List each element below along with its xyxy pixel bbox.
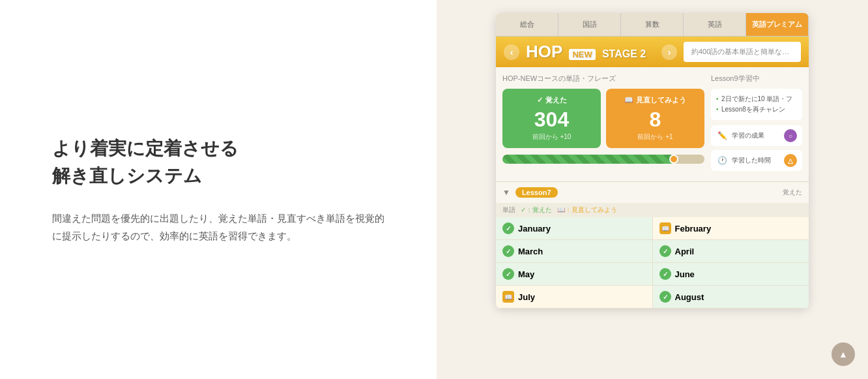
left-content: より着実に定着させる 解き直しシステム 間違えた問題を優先的に出題したり、覚えた…: [0, 0, 437, 379]
word-cell-june: ✓ June: [653, 263, 809, 285]
word-cell-august: ✓ August: [653, 286, 809, 308]
tab-bar: 総合 国語 算数 英語 英語プレミアム: [496, 13, 809, 37]
card-minalshite: 📖 見直してみよう 8 前回から +1: [606, 89, 704, 148]
check-icon-january: ✓: [502, 222, 514, 234]
check-icon-june: ✓: [659, 268, 671, 280]
cards-row: ✓ 覚えた 304 前回から +10 📖 見直してみよう 8: [502, 89, 704, 148]
lesson-badge: Lesson7: [515, 187, 558, 198]
stat-seika-badge: ○: [784, 129, 797, 142]
left-panel: HOP-NEWコースの単語・フレーズ ✓ 覚えた 304 前回から +10: [502, 74, 704, 175]
word-row-2: ✓ May ✓ June: [496, 263, 809, 286]
lesson-title: Lesson9学習中: [711, 74, 802, 83]
word-cell-july: 📖 July: [496, 286, 653, 308]
check-icon-april: ✓: [659, 245, 671, 257]
heading-line2: 解き直しシステム: [52, 166, 202, 186]
heading-line1: より着実に定着させる: [52, 138, 239, 159]
toggle-icon[interactable]: ▼: [502, 188, 510, 197]
word-cell-january: ✓ January: [496, 217, 653, 239]
new-label: NEW: [569, 49, 595, 60]
stat-row-seika: ✏️ 学習の成果 ○: [711, 125, 802, 146]
tab-sansu[interactable]: 算数: [621, 13, 684, 36]
tab-kokugo[interactable]: 国語: [558, 13, 621, 36]
pencil-icon: ✏️: [716, 130, 728, 142]
stat-jikan-label: 学習した時間: [732, 156, 780, 165]
check-icon-march: ✓: [502, 245, 514, 257]
card-yellow-label: 📖 見直してみよう: [613, 95, 698, 105]
lesson-header-right: 覚えた: [783, 188, 802, 197]
page-container: より着実に定着させる 解き直しシステム 間違えた問題を優先的に出題したり、覚えた…: [0, 0, 868, 379]
scroll-to-top-button[interactable]: ▲: [832, 342, 855, 366]
panel-title: HOP-NEWコースの単語・フレーズ: [502, 74, 704, 83]
card-green-number: 304: [509, 109, 594, 130]
tab-eigo-premium[interactable]: 英語プレミアム: [746, 13, 809, 36]
progress-fill: [502, 155, 674, 164]
lesson-header: ▼ Lesson7 覚えた: [496, 182, 809, 203]
card-yellow-sub: 前回から +1: [613, 132, 698, 142]
stage-header: ‹ HOP NEW STAGE 2 › 約400語の基本単語と簡単な挨拶: [496, 37, 809, 67]
book-icon-february: 📖: [659, 222, 671, 234]
word-table-header: 単語 ✓：覚えた 📖：見直してみよう: [496, 203, 809, 217]
card-oboeta: ✓ 覚えた 304 前回から +10: [502, 89, 601, 148]
stage-description: 約400語の基本単語と簡単な挨拶: [684, 42, 801, 62]
lesson-bullets: 2日で新たに10 単語・フ Lesson8を再チャレン: [711, 89, 802, 120]
check-icon-august: ✓: [659, 291, 671, 303]
legend-yellow: 📖：見直してみよう: [557, 205, 617, 215]
card-green-sub: 前回から +10: [509, 132, 594, 142]
app-window: 総合 国語 算数 英語 英語プレミアム ‹ HOP NEW STAGE 2 › …: [496, 13, 809, 309]
stage-label: STAGE 2: [602, 48, 646, 59]
progress-bar: [502, 155, 704, 164]
word-row-0: ✓ January 📖 February: [496, 217, 809, 240]
word-row-1: ✓ March ✓ April: [496, 240, 809, 263]
stat-seika-label: 学習の成果: [732, 131, 780, 140]
bullet-2: Lesson8を再チャレン: [716, 104, 797, 115]
right-panel: Lesson9学習中 2日で新たに10 単語・フ Lesson8を再チャレン ✏…: [711, 74, 802, 175]
book-icon-july: 📖: [502, 291, 514, 303]
card-yellow-number: 8: [613, 109, 698, 130]
stage-next-button[interactable]: ›: [661, 44, 677, 60]
description: 間違えた問題を優先的に出題したり、覚えた単語・見直すべき単語を視覚的に提示したり…: [52, 209, 384, 245]
word-cell-february: 📖 February: [653, 217, 809, 239]
stage-prev-button[interactable]: ‹: [504, 44, 519, 60]
hop-label: HOP: [526, 42, 562, 61]
word-rows: ✓ January 📖 February ✓ March: [496, 217, 809, 309]
main-content: HOP-NEWコースの単語・フレーズ ✓ 覚えた 304 前回から +10: [496, 67, 809, 181]
legend-green: ✓：覚えた: [521, 205, 552, 215]
word-cell-march: ✓ March: [496, 240, 653, 262]
tab-eigo[interactable]: 英語: [684, 13, 746, 36]
word-cell-april: ✓ April: [653, 240, 809, 262]
stage-title: HOP NEW STAGE 2: [526, 42, 655, 62]
progress-dot: [669, 155, 678, 164]
main-heading: より着実に定着させる 解き直しシステム: [52, 135, 384, 190]
right-content: 総合 国語 算数 英語 英語プレミアム ‹ HOP NEW STAGE 2 › …: [437, 0, 868, 379]
word-column-label: 単語: [502, 205, 515, 215]
tab-sogo[interactable]: 総合: [496, 13, 558, 36]
check-icon-may: ✓: [502, 268, 514, 280]
bullet-1: 2日で新たに10 単語・フ: [716, 94, 797, 104]
word-cell-may: ✓ May: [496, 263, 653, 285]
stat-jikan-badge: △: [784, 154, 797, 167]
word-row-3: 📖 July ✓ August: [496, 286, 809, 309]
clock-icon: 🕐: [716, 155, 728, 166]
stat-row-jikan: 🕐 学習した時間 △: [711, 150, 802, 171]
card-green-label: ✓ 覚えた: [509, 95, 594, 105]
lesson-section: ▼ Lesson7 覚えた 単語 ✓：覚えた 📖：見直してみよう: [496, 181, 809, 309]
